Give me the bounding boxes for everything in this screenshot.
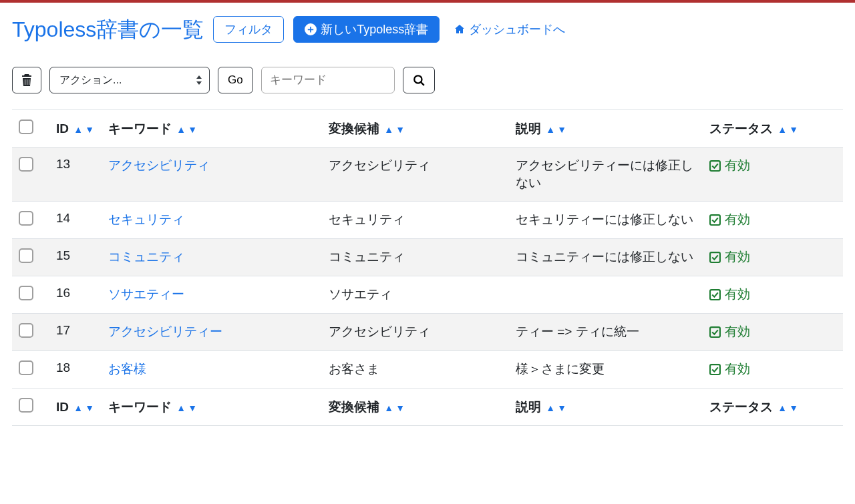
sort-asc-icon[interactable]: ▲ [546,403,556,413]
check-square-icon [709,364,721,375]
col-keyword-label: キーワード [108,400,172,414]
svg-rect-4 [710,252,720,262]
sort-desc-icon[interactable]: ▼ [188,403,198,413]
keyword-link[interactable]: コミュニティ [108,250,184,264]
check-square-icon [709,252,721,263]
trash-icon [21,74,32,86]
status-label: 有効 [725,323,750,340]
svg-rect-6 [710,327,720,337]
col-id-label: ID [56,121,69,136]
action-select-label: アクション... [59,73,122,87]
keyword-link[interactable]: アクセシビリティー [108,324,222,338]
status-badge: 有効 [709,248,750,266]
action-select[interactable]: アクション... [49,67,210,93]
status-badge: 有効 [709,286,750,303]
go-button-label: Go [228,73,243,86]
table-row: 18お客様お客さま様＞さまに変更有効 [12,351,843,389]
sort-asc-icon[interactable]: ▲ [73,124,83,135]
sort-asc-icon[interactable]: ▲ [176,124,186,135]
col-status-label: ステータス [709,400,773,414]
filter-button-label: フィルタ [224,21,273,37]
sort-desc-icon[interactable]: ▼ [188,124,198,135]
sort-arrows-id: ▲▼ [73,403,95,413]
col-candidate-label: 変換候補 [329,400,379,414]
keyword-link[interactable]: お客様 [108,362,146,376]
page-header: Typoless辞書の一覧 フィルタ 新しいTypoless辞書 ダッシュボード… [12,16,843,43]
sort-desc-icon[interactable]: ▼ [557,124,567,135]
sort-asc-icon[interactable]: ▲ [384,124,394,135]
status-badge: 有効 [709,157,750,174]
sort-asc-icon[interactable]: ▲ [73,403,83,413]
sort-asc-icon[interactable]: ▲ [778,403,788,413]
table-row: 14セキュリティセキュリティセキュリティーには修正しない有効 [12,202,843,239]
sort-asc-icon[interactable]: ▲ [384,403,394,413]
cell-id: 13 [49,148,102,202]
go-button[interactable]: Go [218,67,253,93]
table-row: 13アクセシビリティアクセシビリティアクセシビリティーには修正しない有効 [12,148,843,202]
status-label: 有効 [725,157,750,174]
sort-desc-icon[interactable]: ▼ [395,403,405,413]
dictionary-table: ID ▲▼ キーワード ▲▼ 変換候補 ▲▼ 説明 ▲▼ ステータス ▲▼ [12,109,843,426]
row-checkbox[interactable] [19,248,33,263]
table-row: 15コミュニティコミュニティコミュニティーには修正しない有効 [12,239,843,276]
keyword-link[interactable]: ソサエティー [108,287,184,301]
keyword-link[interactable]: セキュリティ [108,212,184,226]
col-id-label: ID [56,400,69,414]
sort-asc-icon[interactable]: ▲ [176,403,186,413]
search-input[interactable] [261,67,395,93]
sort-desc-icon[interactable]: ▼ [557,403,567,413]
sort-arrows-candidate: ▲▼ [384,403,405,413]
select-all-checkbox[interactable] [19,398,33,413]
cell-candidate: アクセシビリティ [322,314,509,351]
sort-desc-icon[interactable]: ▼ [85,403,95,413]
cell-candidate: セキュリティ [322,202,509,239]
page-container: Typoless辞書の一覧 フィルタ 新しいTypoless辞書 ダッシュボード… [0,3,855,426]
svg-rect-7 [710,364,720,374]
row-checkbox[interactable] [19,360,33,375]
status-badge: 有効 [709,323,750,340]
row-checkbox[interactable] [19,323,33,338]
sort-arrows-status: ▲▼ [778,403,799,413]
cell-candidate: コミュニティ [322,239,509,276]
toolbar: アクション... Go [12,67,843,93]
keyword-link[interactable]: アクセシビリティ [108,158,210,172]
delete-button[interactable] [12,67,41,93]
check-square-icon [709,326,721,338]
check-square-icon [709,289,721,300]
svg-rect-3 [710,215,720,225]
row-checkbox[interactable] [19,157,33,172]
cell-description: アクセシビリティーには修正しない [509,148,703,202]
cell-id: 14 [49,202,102,239]
cell-id: 16 [49,276,102,314]
cell-description [509,276,703,314]
sort-desc-icon[interactable]: ▼ [85,124,95,135]
sort-desc-icon[interactable]: ▼ [789,403,799,413]
col-description-label: 説明 [516,400,541,414]
row-checkbox[interactable] [19,211,33,226]
sort-desc-icon[interactable]: ▼ [789,124,799,135]
filter-button[interactable]: フィルタ [213,16,284,43]
sort-arrows-status: ▲▼ [778,124,799,135]
sort-asc-icon[interactable]: ▲ [778,124,788,135]
select-caret-icon [196,75,202,85]
table-footer: ID ▲▼ キーワード ▲▼ 変換候補 ▲▼ 説明 ▲▼ ステータス ▲▼ [12,389,843,426]
plus-circle-icon [305,23,317,35]
sort-desc-icon[interactable]: ▼ [395,124,405,135]
row-checkbox[interactable] [19,286,33,300]
sort-arrows-id: ▲▼ [73,124,95,135]
status-label: 有効 [725,211,750,228]
svg-rect-2 [710,161,720,171]
new-item-button[interactable]: 新しいTypoless辞書 [293,16,440,43]
cell-candidate: ソサエティ [322,276,509,314]
col-status-label: ステータス [709,121,773,136]
sort-arrows-keyword: ▲▼ [176,403,198,413]
sort-asc-icon[interactable]: ▲ [546,124,556,135]
cell-description: ティー => ティに統一 [509,314,703,351]
col-candidate-label: 変換候補 [329,121,379,136]
search-button[interactable] [403,67,435,93]
status-label: 有効 [725,248,750,266]
select-all-checkbox[interactable] [19,119,33,134]
cell-description: コミュニティーには修正しない [509,239,703,276]
status-label: 有効 [725,286,750,303]
dashboard-link[interactable]: ダッシュボードへ [454,21,565,37]
